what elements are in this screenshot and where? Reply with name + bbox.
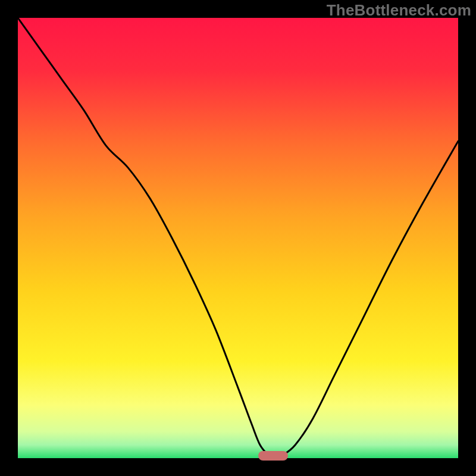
optimal-marker [258,451,288,461]
chart-frame: TheBottleneck.com [0,0,476,476]
bottleneck-chart [18,18,458,458]
watermark: TheBottleneck.com [327,1,471,20]
gradient-background [18,18,458,458]
